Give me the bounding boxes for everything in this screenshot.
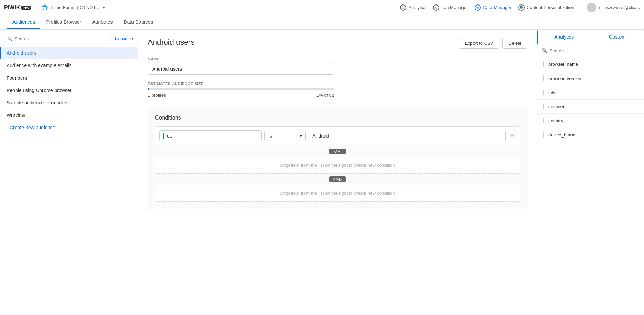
search-icon: 🔍 xyxy=(541,48,547,53)
tab-audiences[interactable]: Audiences xyxy=(7,16,40,29)
name-label: NAME xyxy=(148,57,527,61)
sidebar-item-founders[interactable]: Founders xyxy=(0,72,138,84)
drag-handle xyxy=(543,90,544,95)
or-badge: OR xyxy=(329,149,346,154)
tag-manager-icon: ⊙ xyxy=(433,4,439,11)
condition-row-1: os is ▾ Android ✕ xyxy=(155,126,520,145)
and-badge: AND xyxy=(329,176,346,182)
drag-handle xyxy=(543,104,544,109)
nav-link-analytics[interactable]: 📊 Analytics xyxy=(400,4,426,11)
drop-zone-1: Drop item from the list on the right to … xyxy=(155,157,520,174)
tab-data-sources[interactable]: Data Sources xyxy=(118,16,158,29)
delete-button[interactable]: Delete xyxy=(502,38,527,49)
nav-link-content-personalization[interactable]: 👤 Content Personalization xyxy=(518,4,574,11)
right-panel-search-input[interactable] xyxy=(549,48,640,53)
content-person-icon: 👤 xyxy=(518,4,525,11)
top-nav-links: 📊 Analytics ⊙ Tag Manager ◎ Data Manager… xyxy=(400,4,574,11)
user-avatar xyxy=(587,3,596,12)
size-bar-fill xyxy=(148,88,149,90)
condition-field[interactable]: os xyxy=(159,130,262,141)
sidebar-item-wroclaw[interactable]: Wroclaw xyxy=(0,109,138,121)
drag-handle xyxy=(543,132,544,138)
drag-handle xyxy=(543,75,544,81)
user-email: m.juszczynski@clearc xyxy=(599,5,640,10)
condition-value-input[interactable]: Android xyxy=(309,131,506,141)
right-panel-tabs: Analytics Custom xyxy=(537,30,644,44)
attr-item-country[interactable]: country xyxy=(537,114,644,128)
sidebar-item-audience-example-emails[interactable]: Audience with example emails xyxy=(0,59,138,72)
audience-size-section: ESTIMATED AUDIENCE SIZE 1 profiles 1% of… xyxy=(148,82,527,98)
top-navigation: PIWIK PRO Demo Forms (DO NOT ... 📊 Analy… xyxy=(0,0,644,15)
chevron-down-icon: ▾ xyxy=(300,133,302,139)
data-manager-icon: ◎ xyxy=(475,4,481,11)
tab-attributes[interactable]: Attributes xyxy=(87,16,118,29)
attr-item-browser-name[interactable]: browser_name xyxy=(537,57,644,71)
nav-link-data-manager[interactable]: ◎ Data Manager xyxy=(475,4,511,11)
globe-icon xyxy=(42,5,48,10)
main-content: Android users Export to CSV Delete NAME … xyxy=(138,30,537,315)
search-input[interactable] xyxy=(14,36,109,41)
attr-item-city[interactable]: city xyxy=(537,85,644,100)
chevron-down-icon xyxy=(103,5,105,10)
right-tab-analytics[interactable]: Analytics xyxy=(537,30,591,44)
attributes-list: browser_name browser_version city contin… xyxy=(537,57,644,142)
main-layout: by name ▾ Android users Audience with ex… xyxy=(0,30,644,315)
create-new-audience-button[interactable]: + Create new audience xyxy=(0,121,138,134)
sidebar-search-row: by name ▾ xyxy=(0,34,138,47)
sidebar-item-sample-founders[interactable]: Sample audience - Founders xyxy=(0,96,138,109)
right-panel: Analytics Custom 🔍 browser_name browser_… xyxy=(537,30,644,315)
size-percentage: 1% of 82 xyxy=(316,93,334,98)
attr-item-continent[interactable]: continent xyxy=(537,100,644,114)
drop-zone-2: Drop item from the list on the right to … xyxy=(155,185,520,202)
page-title: Android users xyxy=(148,38,195,47)
attr-item-browser-version[interactable]: browser_version xyxy=(537,71,644,85)
chevron-down-icon: ▾ xyxy=(131,36,134,41)
name-field-section: NAME xyxy=(148,57,527,75)
logo: PIWIK PRO xyxy=(4,4,31,11)
attr-item-device-brand[interactable]: device_brand xyxy=(537,128,644,142)
drag-handle xyxy=(543,61,544,67)
right-panel-search[interactable]: 🔍 xyxy=(537,44,644,57)
nav-link-tag-manager[interactable]: ⊙ Tag Manager xyxy=(433,4,468,11)
size-bar-wrapper xyxy=(148,88,334,90)
sidebar-search-box[interactable] xyxy=(4,34,112,43)
analytics-icon: 📊 xyxy=(400,4,406,11)
search-icon xyxy=(7,36,12,41)
tab-profiles-browser[interactable]: Profiles Browser xyxy=(40,16,87,29)
sidebar-item-android-users[interactable]: Android users xyxy=(0,47,138,59)
sidebar-item-people-chrome[interactable]: People using Chrome browser xyxy=(0,84,138,96)
size-info: 1 profiles 1% of 82 xyxy=(148,93,334,98)
right-tab-custom[interactable]: Custom xyxy=(591,30,644,44)
size-label: ESTIMATED AUDIENCE SIZE xyxy=(148,82,527,86)
export-csv-button[interactable]: Export to CSV xyxy=(459,38,499,49)
site-selector[interactable]: Demo Forms (DO NOT ... xyxy=(38,3,107,12)
drag-handle xyxy=(543,118,544,123)
condition-operator-dropdown[interactable]: is ▾ xyxy=(264,131,306,141)
header-actions: Export to CSV Delete xyxy=(459,38,527,49)
user-section: m.juszczynski@clearc xyxy=(587,3,640,12)
name-input[interactable] xyxy=(148,63,334,75)
sort-by-name-button[interactable]: by name ▾ xyxy=(115,36,134,41)
field-bar-indicator xyxy=(163,133,164,139)
content-header: Android users Export to CSV Delete xyxy=(148,38,527,49)
sidebar: by name ▾ Android users Audience with ex… xyxy=(0,30,138,315)
conditions-panel: Conditions os is ▾ Android ✕ OR Drop ite… xyxy=(148,108,527,209)
profiles-count: 1 profiles xyxy=(148,93,166,98)
condition-remove-button[interactable]: ✕ xyxy=(508,132,516,140)
conditions-title: Conditions xyxy=(155,115,520,121)
second-navigation: Audiences Profiles Browser Attributes Da… xyxy=(0,15,644,30)
